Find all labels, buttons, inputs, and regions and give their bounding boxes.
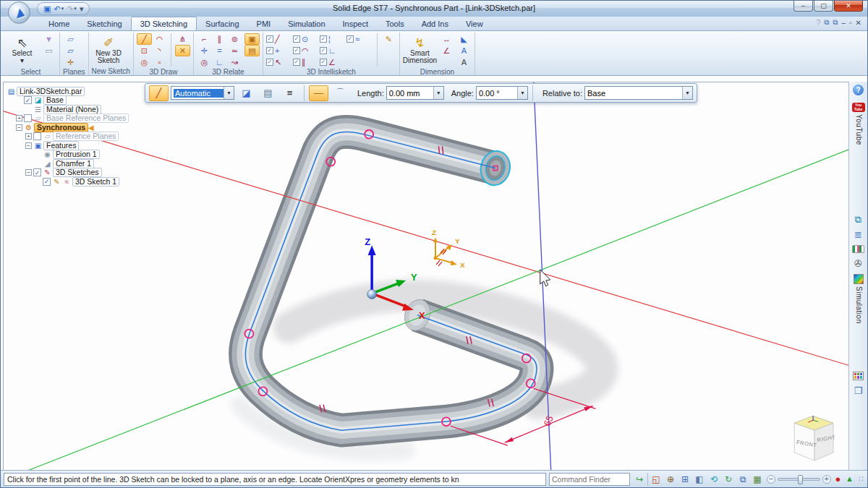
curve-check[interactable]: ✓≈	[346, 33, 373, 45]
split-point-button[interactable]: ⋔	[175, 33, 190, 45]
tree-item[interactable]: ✓✎≈3D Sketch 1	[7, 177, 129, 186]
help-icon[interactable]: ?	[817, 19, 821, 27]
goal-seek-tab[interactable]	[853, 372, 864, 380]
tree-item-label[interactable]: Features	[43, 141, 79, 150]
new-3d-sketch-button[interactable]: ✐New 3D Sketch	[92, 33, 126, 67]
chevron-down-icon[interactable]: ▼	[517, 87, 527, 99]
tree-item[interactable]: +▱Reference Planes	[7, 132, 129, 141]
tree-expander[interactable]: +	[16, 115, 22, 121]
tree-item-label[interactable]: Link-3DSketch.par	[17, 87, 85, 96]
orientxpres-button[interactable]: ✕	[175, 45, 190, 56]
graphics-viewport[interactable]: 65 Z Y X	[3, 82, 850, 471]
zoom-button[interactable]: ⊕	[664, 473, 677, 486]
select-button[interactable]: ⇖Select ▾	[5, 33, 39, 67]
checkbox-icon[interactable]: ✓	[266, 35, 273, 43]
tree-checkbox[interactable]	[24, 114, 32, 122]
tab-simulation[interactable]: Simulation	[279, 17, 333, 30]
chevron-down-icon[interactable]: ▾	[74, 6, 77, 12]
tree-item-label[interactable]: Synchronous	[34, 123, 88, 132]
tree-item-label[interactable]: 3D Sketches	[53, 168, 102, 177]
checkbox-icon[interactable]: ✓	[320, 47, 327, 54]
addins-tab[interactable]: ❒	[854, 386, 863, 395]
length-combo[interactable]: 0.00 mm ▼	[386, 86, 444, 100]
line-tool-icon[interactable]: ╱	[149, 85, 169, 101]
tree-item[interactable]: −✓✎3D Sketches	[7, 168, 129, 177]
lock-dimension-button[interactable]: ▤	[244, 45, 260, 56]
smart-dimension-button[interactable]: ↯Smart Dimension	[403, 33, 437, 67]
equal-relate-button[interactable]: =	[212, 45, 227, 56]
mode-combo[interactable]: Automatic ▼	[171, 86, 234, 100]
tab-view[interactable]: View	[457, 17, 492, 30]
connect-relate-button[interactable]: ⌐	[197, 33, 212, 45]
zoom-track[interactable]	[778, 478, 820, 481]
angle-check[interactable]: ✓∠	[320, 56, 346, 68]
storefront-tab[interactable]	[852, 245, 864, 253]
tree-item-label[interactable]: Material (None)	[43, 105, 101, 114]
help-tab[interactable]: ?	[853, 85, 864, 95]
select-filter-button[interactable]: ▼	[41, 33, 56, 45]
zoom-slider[interactable]: − +	[767, 475, 831, 484]
checkbox-icon[interactable]: ✓	[320, 59, 327, 66]
zoom-in-icon[interactable]: +	[822, 475, 831, 484]
tree-checkbox[interactable]: ✓	[43, 178, 51, 186]
tree-expander[interactable]: +	[25, 133, 32, 140]
tab-home[interactable]: Home	[40, 17, 78, 30]
resize-grip[interactable]: ∷	[859, 474, 864, 484]
tree-item-label[interactable]: Reference Planes	[53, 132, 119, 141]
zoom-area-button[interactable]: ◱	[650, 473, 663, 486]
3d-scene[interactable]: 65 Z Y X	[4, 82, 849, 471]
tree-item-label[interactable]: Base	[43, 95, 67, 105]
arc-button[interactable]: ◠	[152, 33, 167, 45]
tree-item[interactable]: ▤Link-3DSketch.par	[7, 87, 129, 95]
lock-plane-button[interactable]: ▣	[244, 33, 260, 45]
circle-button[interactable]: ◎	[137, 56, 152, 68]
symmetric-relate-button[interactable]: ≃	[227, 45, 242, 56]
checkbox-icon[interactable]: ✓	[320, 35, 327, 43]
angle-combo[interactable]: 0.00 ° ▼	[476, 86, 528, 100]
application-button[interactable]	[8, 1, 30, 24]
cascade-windows-icon[interactable]: ⧉	[833, 18, 838, 27]
undo-button[interactable]: ↶▾	[54, 4, 64, 14]
close-button[interactable]: ✕	[834, 1, 863, 12]
center-check[interactable]: ✓⊙	[293, 33, 320, 45]
zoom-thumb[interactable]	[798, 475, 803, 484]
line-style-button[interactable]: ▤	[258, 85, 278, 101]
midpoint-check[interactable]: ✓+	[266, 45, 293, 56]
tree-expander[interactable]: −	[16, 124, 22, 131]
chevron-down-icon[interactable]: ▼	[224, 87, 234, 99]
title-bar[interactable]: Solid Edge ST7 - Synchronous Part - [Lin…	[1, 1, 867, 17]
plane-button[interactable]: ▱	[63, 33, 78, 45]
record-button[interactable]: ●	[834, 473, 842, 486]
line-width-button[interactable]: ≡	[280, 85, 299, 101]
tab-inspect[interactable]: Inspect	[334, 17, 377, 30]
youtube-tab[interactable]: You TubeYouTube	[852, 103, 865, 145]
endpoint-check[interactable]: ✓╱	[266, 33, 293, 45]
concentric-relate-button[interactable]: ⊚	[227, 33, 242, 45]
checkbox-icon[interactable]: ✓	[293, 47, 300, 54]
rectangle-button[interactable]: ⊡	[137, 45, 152, 56]
line-button[interactable]: ╱	[137, 33, 152, 45]
maximize-button[interactable]: ▢	[814, 1, 833, 12]
doc-close-icon[interactable]: ✕	[856, 19, 861, 27]
tangent-check[interactable]: ✓◠	[293, 45, 320, 56]
doc-restore-icon[interactable]: ▫	[849, 19, 852, 27]
segment-arc-button[interactable]: ⌒	[331, 85, 350, 101]
distance-between-button[interactable]: ↔	[439, 33, 454, 45]
parallel-relate-button[interactable]: ∥	[212, 33, 227, 45]
point-button[interactable]: ▫	[152, 56, 167, 68]
perpendicular-check[interactable]: ✓∟	[320, 45, 346, 56]
coordinate-dimension-button[interactable]: ◣	[456, 33, 472, 45]
window-layout-button[interactable]: ⧉	[736, 473, 749, 486]
tab-pmi[interactable]: PMI	[248, 17, 280, 30]
chevron-down-icon[interactable]: ▼	[433, 87, 443, 99]
dimension-style-a-button[interactable]: A	[456, 45, 472, 56]
documents-tab[interactable]: ⧉	[855, 215, 861, 224]
chevron-down-icon[interactable]: ▾	[61, 6, 64, 12]
fit-button[interactable]: ⊞	[678, 473, 692, 486]
refresh-window-button[interactable]: ⟲	[707, 473, 720, 486]
checkbox-icon[interactable]: ✓	[293, 59, 300, 66]
layers-tab[interactable]: ≣	[854, 230, 862, 239]
minimize-button[interactable]: –	[793, 1, 813, 12]
checkbox-icon[interactable]: ✓	[266, 59, 273, 66]
tree-item[interactable]: −▣Features	[7, 141, 129, 150]
